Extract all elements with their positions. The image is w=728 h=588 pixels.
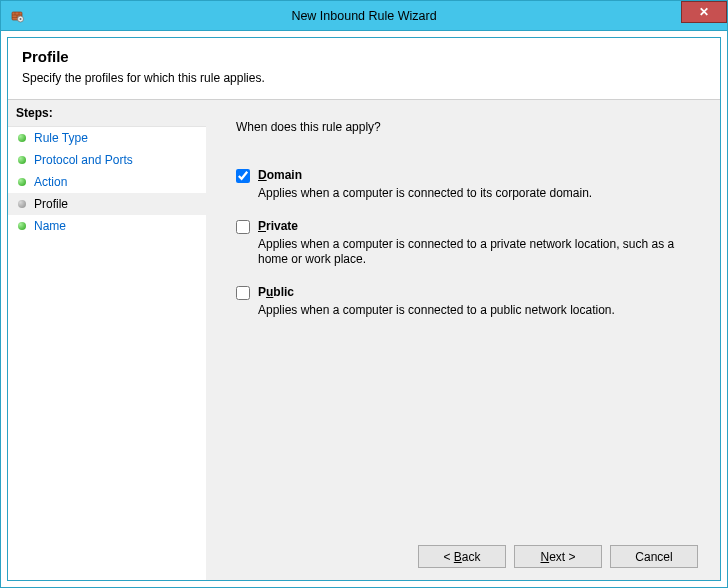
profile-question: When does this rule apply? [236,120,698,134]
option-private: Private Applies when a computer is conne… [236,219,676,267]
svg-point-7 [20,18,22,20]
option-public-body: Public Applies when a computer is connec… [258,285,676,318]
wizard-window: New Inbound Rule Wizard ✕ Profile Specif… [0,0,728,588]
step-label: Rule Type [34,131,88,145]
option-public-desc: Applies when a computer is connected to … [258,303,676,318]
option-private-title: Private [258,219,676,234]
back-button[interactable]: < Back [418,545,506,568]
option-public: Public Applies when a computer is connec… [236,285,676,318]
main-panel: When does this rule apply? Domain Applie… [206,100,720,580]
step-label: Action [34,175,67,189]
step-bullet-icon [18,222,26,230]
steps-heading: Steps: [8,100,206,127]
firewall-icon [9,8,25,24]
wizard-content: Profile Specify the profiles for which t… [7,37,721,581]
checkbox-public[interactable] [236,286,250,300]
step-protocol-and-ports[interactable]: Protocol and Ports [8,149,206,171]
step-bullet-icon [18,156,26,164]
step-rule-type[interactable]: Rule Type [8,127,206,149]
option-private-desc: Applies when a computer is connected to … [258,237,676,267]
option-domain: Domain Applies when a computer is connec… [236,168,676,201]
step-action[interactable]: Action [8,171,206,193]
step-bullet-icon [18,134,26,142]
checkbox-domain[interactable] [236,169,250,183]
option-domain-body: Domain Applies when a computer is connec… [258,168,676,201]
page-title: Profile [22,48,706,65]
step-label: Profile [34,197,68,211]
step-bullet-icon [18,200,26,208]
window-title: New Inbound Rule Wizard [1,9,727,23]
next-button[interactable]: Next > [514,545,602,568]
wizard-footer: < Back Next > Cancel [236,535,698,568]
step-label: Protocol and Ports [34,153,133,167]
step-label: Name [34,219,66,233]
close-button[interactable]: ✕ [681,1,727,23]
option-domain-title: Domain [258,168,676,183]
step-profile[interactable]: Profile [8,193,206,215]
cancel-button[interactable]: Cancel [610,545,698,568]
step-name[interactable]: Name [8,215,206,237]
option-private-body: Private Applies when a computer is conne… [258,219,676,267]
option-public-title: Public [258,285,676,300]
wizard-body: Steps: Rule Type Protocol and Ports Acti… [8,99,720,580]
checkbox-private[interactable] [236,220,250,234]
steps-sidebar: Steps: Rule Type Protocol and Ports Acti… [8,100,206,580]
page-subtitle: Specify the profiles for which this rule… [22,71,706,85]
wizard-header: Profile Specify the profiles for which t… [8,38,720,99]
titlebar: New Inbound Rule Wizard ✕ [1,1,727,31]
step-bullet-icon [18,178,26,186]
option-domain-desc: Applies when a computer is connected to … [258,186,676,201]
close-icon: ✕ [699,5,709,19]
